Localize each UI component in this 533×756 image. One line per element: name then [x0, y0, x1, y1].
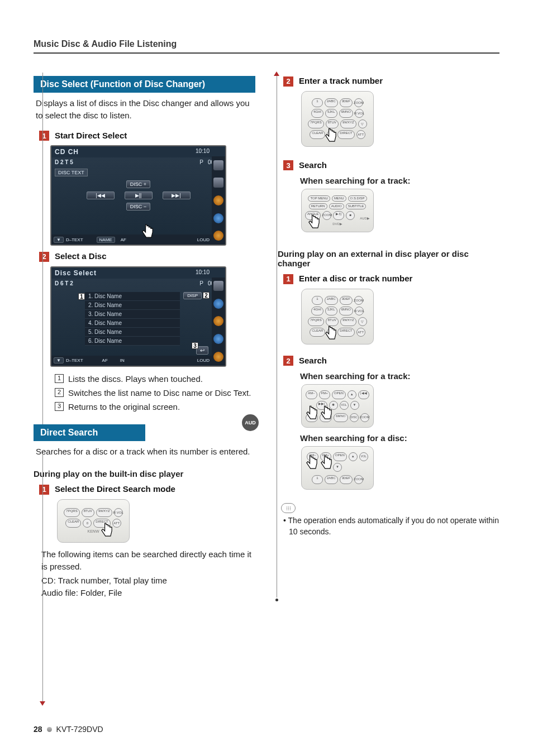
side-icon[interactable] [213, 316, 223, 326]
remote-key-prev: |◀◀ [358, 390, 369, 399]
remote-key: OPEN [333, 452, 347, 461]
remote-key: ZOOM [360, 413, 369, 422]
side-icon[interactable] [213, 160, 223, 170]
disc-list-item[interactable]: 1. Disc Name [85, 292, 180, 301]
direct-search-intro: Searches for a disc or a track when its … [34, 446, 255, 458]
step-label: Select the Direct Search mode [55, 484, 175, 494]
remote-key: O.S.DISP [348, 195, 367, 202]
ss-clock: 10:10 [196, 148, 210, 154]
remote-key: 0 [83, 519, 92, 528]
remote-key: 8TUV [326, 317, 339, 326]
step-label: Enter a disc or track number [299, 274, 412, 283]
step-number: 2 [283, 356, 293, 366]
remote-key: 5JKL [320, 413, 332, 422]
remote-key: DIRECT [337, 130, 354, 139]
right-column: 2 Enter a track number 1 2ABC 3DEF ZOOM … [278, 76, 499, 600]
playpause-button[interactable]: ▶|| [125, 192, 153, 199]
prev-button[interactable]: |◀◀ [87, 192, 115, 199]
remote-key: SUBTITLE [346, 203, 367, 209]
remote-key: ATT [356, 328, 365, 337]
step-1b-enter-disc-track: 1 Enter a disc or track number [283, 274, 499, 284]
loud-label: LOUD [197, 237, 210, 242]
side-icon[interactable] [213, 352, 223, 362]
remote-illustration-play: TOP MENU MENU O.S.DISP RETURN AUDIO SUBT… [301, 189, 374, 232]
disp-button[interactable]: DISP [183, 292, 202, 299]
page-header: Music Disc & Audio File Listening [34, 39, 499, 54]
step-number: 1 [283, 274, 293, 284]
remote-key-next: ▶▶| [316, 401, 327, 410]
model-number: KVT-729DVD [56, 725, 103, 734]
step-2-select-disc: 2 Select a Disc [39, 251, 255, 262]
side-icon[interactable] [213, 334, 223, 344]
step-2-enter-track: 2 Enter a track number [283, 76, 499, 87]
step-1-start-direct-select: 1 Start Direct Select [39, 131, 255, 141]
remote-key: DIRECT [337, 328, 354, 337]
step-label: Select a Disc [55, 251, 107, 261]
dvd-label: DVD▶ [332, 222, 342, 226]
side-icon[interactable] [213, 178, 223, 188]
remote-illustration-numpad: 1 2ABC 3DEF ZOOM 4GHI 5JKL 6MNO R.VOL 7P… [301, 91, 374, 147]
ss-clock: 10:10 [196, 269, 210, 275]
remote-key: 7PQRS [64, 508, 79, 517]
remote-key: ▲ [348, 390, 356, 399]
remote-key: OPEN [332, 390, 346, 399]
remote-key: 5JKL [325, 307, 337, 315]
ss-track-info: D 6 T 2 [55, 280, 73, 286]
remote-key: R.VOL [114, 508, 123, 517]
step-label: Enter a track number [299, 76, 383, 85]
side-icon[interactable] [213, 231, 223, 241]
remote-key: ▼ [350, 401, 359, 410]
remote-key: 4GHI [306, 413, 318, 422]
disc-list-item[interactable]: 3. Disc Name [85, 310, 180, 319]
direct-search-note-2: CD: Track number, Total play time [41, 575, 255, 587]
remote-key: ATT [112, 519, 121, 528]
ss-bottom-bar: ▼ D–TEXT NAME AF LOUD [51, 235, 212, 245]
remote-key: ZOOM [354, 475, 363, 484]
right-gutter-dot [275, 599, 278, 601]
disc-list-item[interactable]: 6. Disc Name [85, 337, 180, 346]
side-icon[interactable] [213, 213, 223, 223]
bot-toggle[interactable]: ▼ [54, 237, 64, 243]
side-icon[interactable] [213, 299, 223, 309]
remote-key: ▽ [358, 119, 367, 128]
kenwood-label: KENW [61, 529, 126, 533]
remote-key: 6MNO [339, 307, 353, 315]
remote-key: 4GHI [311, 307, 323, 315]
remote-key: VOL [340, 401, 349, 410]
remote-key: 1 [312, 296, 323, 305]
step-label: Search [299, 356, 327, 365]
next-button[interactable]: ▶▶| [163, 192, 191, 199]
remote-key: 0 [327, 328, 336, 337]
remote-key: 9WXYZ [340, 317, 356, 326]
disc-text-button[interactable]: DISC TEXT [55, 169, 88, 176]
callout-num: 2 [55, 388, 64, 397]
side-icon[interactable] [213, 195, 223, 205]
disc-list-item[interactable]: 5. Disc Name [85, 328, 180, 337]
remote-key: 6MNO [339, 109, 353, 118]
bot-toggle[interactable]: ▼ [54, 357, 64, 363]
side-icon[interactable] [213, 281, 223, 291]
footer-dot-icon [47, 727, 52, 732]
ss-bottom-bar: ▼ D–TEXT AF IN LOUD [51, 356, 212, 366]
step-label: Search [299, 160, 327, 170]
step-number: 2 [39, 252, 49, 262]
disc-list-item[interactable]: 2. Disc Name [85, 301, 180, 310]
remote-illustration-track-search: AM− FM+ OPEN ▲ |◀◀ ▶▶| ✱ VOL ▼ 4GHI 5JKL… [301, 384, 374, 428]
remote-key: 2ABC [325, 475, 338, 484]
step-number: 3 [283, 160, 293, 170]
name-button[interactable]: NAME [97, 237, 115, 243]
af-label: AF [102, 358, 108, 363]
disc-plus-button[interactable]: DISC + [126, 180, 150, 188]
disc-select-intro: Displays a list of discs in the Disc cha… [34, 97, 255, 122]
remote-key: 8TUV [82, 508, 94, 517]
callout-num: 3 [55, 402, 64, 411]
screenshot-cdch: CD CH 10:10 D 2 T 5 P 00:05 DISC TEXT DI… [50, 145, 226, 246]
disc-list-item[interactable]: 4. Disc Name [85, 319, 180, 328]
disc-minus-button[interactable]: DISC − [126, 203, 150, 210]
remote-key: ZOOM [354, 296, 363, 305]
page-number: 28 [34, 725, 42, 734]
remote-key: 0 [327, 130, 336, 139]
callout-num: 1 [55, 374, 64, 383]
ss-line: D 2 T 5 [55, 159, 73, 165]
remote-key: 3DEF [340, 475, 353, 484]
